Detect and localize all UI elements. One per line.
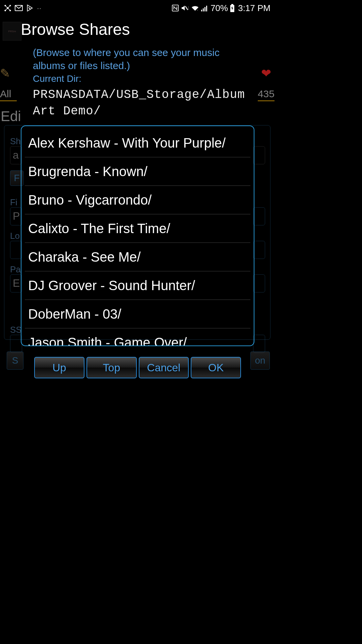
svg-line-8 [8,8,10,10]
svg-line-5 [5,6,8,8]
more-icon: ·· [37,3,41,13]
bg-count: 435 [258,88,275,101]
battery-percent: 70% [210,3,228,13]
ok-button[interactable]: OK [191,357,241,378]
status-left-icons: ·· [4,3,41,13]
status-bar: ·· ↕ 70% 3:17 PM [0,0,275,16]
file-item[interactable]: Jason Smith - Game Over/ [25,328,250,346]
cancel-button[interactable]: Cancel [139,357,189,378]
pencil-icon: ✎ [0,66,10,80]
bg-input-right5 [253,335,265,353]
wifi-icon: ↕ [191,5,199,11]
bg-label-lo: Lo [10,231,20,241]
current-dir-label: Current Dir: [33,73,254,84]
bg-input-ss [10,335,22,353]
status-right: ↕ 70% 3:17 PM [172,3,270,13]
svg-rect-14 [201,10,202,11]
top-button[interactable]: Top [86,357,137,378]
mute-vibrate-icon [181,4,189,12]
bg-input-right1 [253,146,265,164]
svg-line-6 [8,6,10,8]
nfc-icon [172,4,179,12]
file-list[interactable]: Alex Kershaw - With Your Purple/ Brugren… [21,125,254,346]
bg-value-p: P [13,210,20,222]
bg-value-a: a [13,149,19,161]
dialog-title: Browse Shares [21,20,254,39]
browse-shares-dialog: Browse Shares (Browse to where you can s… [21,20,254,378]
svg-rect-16 [204,7,205,11]
svg-rect-18 [231,4,233,5]
bg-input-right3 [253,241,265,259]
dialog-hint: (Browse to where you can see your music … [33,46,254,72]
app-logo-icon: PRSm [3,22,21,41]
svg-text:↕: ↕ [197,9,198,11]
svg-line-11 [185,6,188,10]
bg-input-right2 [253,207,265,225]
bg-label-sh: Sh [10,136,21,147]
bg-label-pa: Pa [10,264,21,275]
bg-label-fi: Fi [10,197,17,208]
battery-icon [230,4,235,12]
file-item[interactable]: Alex Kershaw - With Your Purple/ [25,129,250,157]
bg-input-right4 [253,274,265,292]
current-dir-path: PRSNASDATA/USB_Storage/Album Art Demo/ [33,87,254,119]
email-icon [15,5,23,11]
bg-input-lo [10,241,22,259]
file-item[interactable]: DJ Groover - Sound Hunter/ [25,271,250,300]
bg-edit-label: Edi [1,108,21,124]
heart-icon: ❤ [261,66,271,80]
file-item[interactable]: Bruno - Vigcarrondo/ [25,186,250,214]
play-icon [26,4,34,12]
clock-time: 3:17 PM [238,3,270,13]
file-item[interactable]: Calixto - The First Time/ [25,214,250,243]
bg-all-label: All [0,88,17,101]
dialog-button-row: Up Top Cancel OK [21,357,254,378]
svg-rect-17 [206,6,207,11]
connect-icon [4,4,11,12]
bg-value-e: E [13,277,20,289]
bg-label-ss: SS [10,325,22,335]
file-item[interactable]: Charaka - See Me/ [25,243,250,271]
svg-line-7 [5,8,8,10]
file-item[interactable]: Brugrenda - Known/ [25,157,250,186]
up-button[interactable]: Up [34,357,84,378]
file-item[interactable]: DoberMan - 03/ [25,300,250,328]
svg-rect-15 [203,8,204,11]
signal-icon [201,5,208,11]
